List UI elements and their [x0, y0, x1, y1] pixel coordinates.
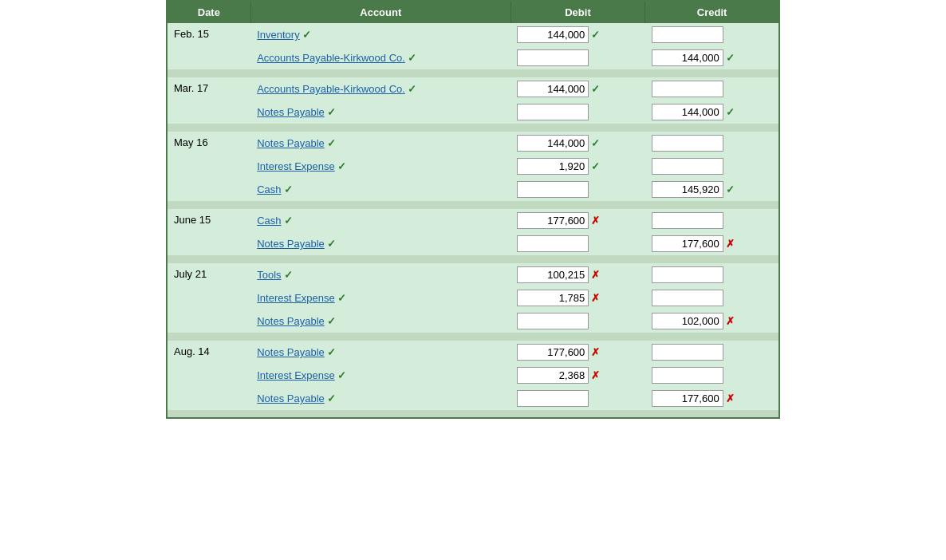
account-link[interactable]: Interest Expense	[257, 369, 335, 381]
amount-input[interactable]	[517, 212, 589, 229]
amount-input[interactable]	[517, 367, 589, 384]
amount-input[interactable]	[517, 390, 589, 407]
table-row: Aug. 14Notes Payable✓✗	[167, 341, 779, 364]
check-red-icon: ✗	[591, 269, 600, 281]
credit-cell: ✗	[645, 310, 779, 333]
amount-input[interactable]	[652, 290, 723, 306]
date-cell: Mar. 17	[167, 77, 250, 101]
credit-cell: ✗	[645, 387, 779, 410]
account-link[interactable]: Notes Payable	[257, 238, 325, 250]
account-link[interactable]: Interest Expense	[257, 160, 335, 172]
amount-input[interactable]	[652, 181, 723, 198]
amount-input[interactable]	[517, 158, 589, 175]
date-cell: July 21	[167, 263, 250, 286]
check-green-icon: ✓	[284, 215, 293, 227]
check-green-icon: ✓	[327, 137, 336, 149]
amount-input[interactable]	[517, 344, 589, 361]
debit-cell	[510, 232, 644, 255]
table-row: Mar. 17Accounts Payable-Kirkwood Co.✓✓	[167, 77, 779, 101]
amount-input[interactable]	[652, 49, 723, 66]
check-green-icon: ✓	[408, 83, 416, 95]
amount-input[interactable]	[652, 390, 723, 407]
account-link[interactable]: Interest Expense	[257, 292, 335, 304]
debit-cell: ✗	[510, 364, 644, 387]
check-green-icon: ✓	[726, 106, 735, 118]
check-green-icon: ✓	[591, 137, 600, 149]
amount-input[interactable]	[652, 158, 723, 175]
amount-input[interactable]	[652, 235, 723, 252]
amount-input[interactable]	[652, 212, 723, 229]
account-link[interactable]: Inventory	[257, 29, 299, 41]
account-link[interactable]: Notes Payable	[257, 137, 325, 149]
check-green-icon: ✓	[591, 83, 600, 95]
debit-cell: ✗	[510, 263, 644, 286]
debit-cell: ✗	[510, 209, 644, 232]
date-cell	[167, 310, 250, 333]
table-row: May 16Notes Payable✓✓	[167, 132, 779, 155]
credit-cell	[645, 77, 779, 101]
credit-cell: ✓	[645, 101, 779, 124]
amount-input[interactable]	[652, 81, 723, 97]
amount-input[interactable]	[652, 367, 723, 384]
credit-cell	[645, 263, 779, 286]
check-red-icon: ✗	[726, 315, 735, 327]
debit-cell: ✓	[510, 132, 644, 155]
check-green-icon: ✓	[302, 29, 311, 41]
journal-table-wrapper: Date Account Debit Credit Feb. 15Invento…	[166, 0, 780, 419]
amount-input[interactable]	[517, 81, 589, 97]
check-green-icon: ✓	[327, 346, 336, 358]
debit-cell	[510, 310, 644, 333]
check-green-icon: ✓	[726, 183, 735, 195]
table-row: Cash✓✓	[167, 178, 779, 201]
check-green-icon: ✓	[327, 238, 336, 250]
account-link[interactable]: Notes Payable	[257, 346, 325, 358]
date-cell	[167, 232, 250, 255]
check-green-icon: ✓	[337, 160, 346, 172]
credit-cell	[645, 155, 779, 178]
credit-cell	[645, 209, 779, 232]
table-row: Notes Payable✓✗	[167, 310, 779, 333]
amount-input[interactable]	[517, 313, 589, 329]
date-cell	[167, 178, 250, 201]
account-link[interactable]: Accounts Payable-Kirkwood Co.	[257, 52, 405, 64]
credit-cell	[645, 286, 779, 310]
table-row: Accounts Payable-Kirkwood Co.✓✓	[167, 46, 779, 69]
account-link[interactable]: Notes Payable	[257, 392, 325, 404]
amount-input[interactable]	[652, 313, 723, 329]
amount-input[interactable]	[652, 104, 723, 120]
amount-input[interactable]	[517, 235, 589, 252]
credit-cell: ✓	[645, 46, 779, 69]
account-link[interactable]: Notes Payable	[257, 315, 325, 327]
credit-cell	[645, 132, 779, 155]
spacer-row	[167, 124, 779, 132]
account-link[interactable]: Tools	[257, 269, 281, 281]
amount-input[interactable]	[517, 104, 589, 120]
account-link[interactable]: Cash	[257, 183, 281, 195]
table-row: Interest Expense✓✗	[167, 286, 779, 310]
amount-input[interactable]	[517, 181, 589, 198]
amount-input[interactable]	[652, 26, 723, 43]
debit-cell: ✓	[510, 155, 644, 178]
check-red-icon: ✗	[591, 369, 600, 381]
amount-input[interactable]	[517, 290, 589, 306]
date-header: Date	[167, 1, 250, 23]
spacer-row	[167, 333, 779, 341]
amount-input[interactable]	[517, 266, 589, 283]
debit-cell	[510, 387, 644, 410]
account-link[interactable]: Accounts Payable-Kirkwood Co.	[257, 83, 405, 95]
amount-input[interactable]	[652, 344, 723, 361]
amount-input[interactable]	[517, 135, 589, 152]
credit-header: Credit	[645, 1, 779, 23]
amount-input[interactable]	[517, 49, 589, 66]
check-green-icon: ✓	[337, 369, 346, 381]
account-link[interactable]: Notes Payable	[257, 106, 325, 118]
amount-input[interactable]	[517, 26, 589, 43]
date-cell	[167, 101, 250, 124]
account-link[interactable]: Cash	[257, 215, 281, 227]
amount-input[interactable]	[652, 266, 723, 283]
table-row: Notes Payable✓✓	[167, 101, 779, 124]
debit-cell	[510, 46, 644, 69]
check-red-icon: ✗	[591, 292, 600, 304]
table-row: Interest Expense✓✓	[167, 155, 779, 178]
amount-input[interactable]	[652, 135, 723, 152]
